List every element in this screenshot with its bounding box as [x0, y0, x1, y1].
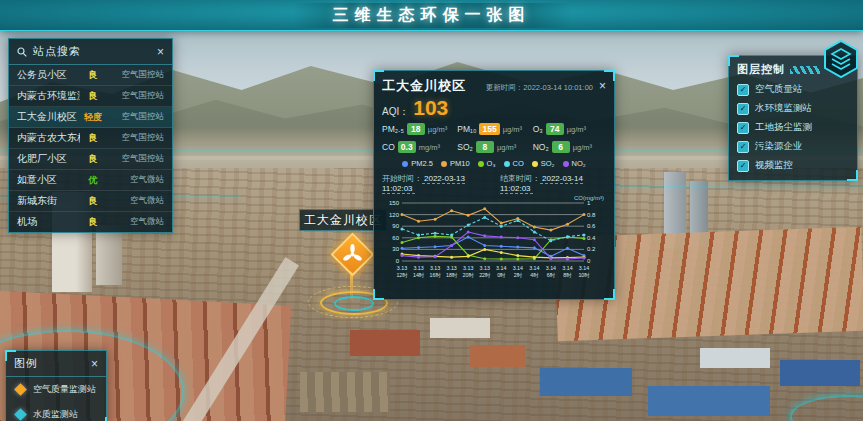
station-row[interactable]: 机场良空气微站 — [9, 212, 172, 232]
corner-bracket — [604, 70, 615, 81]
legend-items: 空气质量监测站水质监测站 — [6, 377, 106, 421]
station-row[interactable]: 化肥厂小区良空气国控站 — [9, 149, 172, 170]
legend-marker-icon — [14, 383, 27, 396]
pollutant-cell: CO0.3mg/m³ — [382, 141, 455, 153]
layer-checkbox[interactable]: ✓ — [737, 160, 749, 172]
legend-marker-icon — [14, 408, 27, 421]
pollutant-cell: SO₂8µg/m³ — [457, 141, 530, 153]
legend-item[interactable]: PM10 — [441, 159, 470, 168]
station-name: 工大金川校区 — [17, 110, 80, 124]
svg-text:3.142时: 3.142时 — [513, 265, 523, 278]
pollutant-cell: PM₁₀155µg/m³ — [457, 123, 530, 135]
station-level: 良 — [80, 132, 106, 145]
layer-label: 空气质量站 — [755, 83, 803, 96]
pollutant-grid: PM₂.₅18µg/m³PM₁₀155µg/m³O₃74µg/m³CO0.3mg… — [382, 123, 606, 153]
svg-text:30: 30 — [392, 246, 399, 252]
layer-item: ✓污染源企业 — [737, 140, 849, 153]
pollutant-value: 0.3 — [398, 141, 416, 153]
legend-label: SO₂ — [541, 159, 555, 168]
warehouse-roof — [780, 360, 860, 386]
legend-row-label: 空气质量监测站 — [33, 383, 96, 396]
station-type: 空气国控站 — [106, 69, 164, 81]
close-icon[interactable]: × — [599, 80, 606, 92]
legend-item[interactable]: NO₂ — [563, 159, 586, 168]
station-type: 空气国控站 — [106, 90, 164, 102]
aqi-popup: 工大金川校区 更新时间：2022-03-14 10:01:00 × AQI： 1… — [373, 70, 615, 300]
svg-text:0.4: 0.4 — [587, 235, 596, 241]
station-level: 良 — [80, 69, 106, 82]
svg-text:120: 120 — [389, 212, 400, 218]
station-list: 公务员小区良空气国控站内蒙古环境监测站良空气国控站工大金川校区轻度空气国控站内蒙… — [9, 65, 172, 232]
deco-stripes — [790, 66, 820, 74]
legend-label: O₃ — [487, 159, 496, 168]
pollutant-unit: µg/m³ — [428, 125, 447, 134]
page-title: 三维生态环保一张图 — [333, 5, 531, 26]
station-name: 新城东街 — [17, 194, 80, 208]
building-block — [700, 348, 770, 368]
svg-text:0.6: 0.6 — [587, 223, 596, 229]
layer-list: ✓空气质量站✓水环境监测站✓工地扬尘监测✓污染源企业✓视频监控 — [737, 83, 849, 172]
legend-label: NO₂ — [572, 159, 586, 168]
station-row[interactable]: 新城东街良空气微站 — [9, 191, 172, 212]
station-name: 内蒙古环境监测站 — [17, 89, 80, 103]
station-type: 空气微站 — [106, 216, 164, 228]
legend-item[interactable]: O₃ — [478, 159, 496, 168]
layer-checkbox[interactable]: ✓ — [737, 122, 749, 134]
station-panel-title: 站点搜索 — [33, 44, 151, 59]
search-icon — [17, 47, 27, 57]
aqi-value: 103 — [413, 96, 448, 120]
corner-bracket — [847, 170, 858, 181]
legend-label: PM2.5 — [411, 159, 433, 168]
pollutant-label: PM₂.₅ — [382, 124, 404, 134]
station-row[interactable]: 内蒙古农大东校区良空气国控站 — [9, 128, 172, 149]
pollutant-value: 18 — [407, 123, 425, 135]
station-row[interactable]: 公务员小区良空气国控站 — [9, 65, 172, 86]
warehouse-roof — [648, 386, 770, 416]
svg-text:0: 0 — [396, 258, 400, 264]
station-row[interactable]: 内蒙古环境监测站良空气国控站 — [9, 86, 172, 107]
pollutant-cell: O₃74µg/m³ — [533, 123, 606, 135]
close-icon[interactable]: × — [157, 46, 164, 58]
svg-text:3.1314时: 3.1314时 — [413, 265, 425, 278]
pollutant-label: PM₁₀ — [457, 124, 476, 134]
pollutant-label: CO — [382, 142, 395, 152]
legend-dot — [441, 161, 447, 167]
svg-text:3.1318时: 3.1318时 — [446, 265, 458, 278]
layer-checkbox[interactable]: ✓ — [737, 103, 749, 115]
station-name: 化肥厂小区 — [17, 152, 80, 166]
layers-toggle-button[interactable] — [821, 39, 861, 79]
legend-item[interactable]: SO₂ — [532, 159, 555, 168]
layer-checkbox[interactable]: ✓ — [737, 141, 749, 153]
svg-text:3.144时: 3.144时 — [529, 265, 539, 278]
layer-label: 水环境监测站 — [755, 102, 812, 115]
station-type: 空气微站 — [106, 174, 164, 186]
legend-item[interactable]: PM2.5 — [402, 159, 433, 168]
layer-checkbox[interactable]: ✓ — [737, 84, 749, 96]
svg-text:90: 90 — [392, 223, 399, 229]
svg-text:0: 0 — [587, 258, 591, 264]
station-row[interactable]: 如意小区优空气微站 — [9, 170, 172, 191]
start-time: 开始时间：2022-03-13 11:02:03 — [382, 173, 488, 193]
pollutant-value: 6 — [552, 141, 570, 153]
station-row[interactable]: 工大金川校区轻度空气国控站 — [9, 107, 172, 128]
close-icon[interactable]: × — [91, 358, 98, 370]
legend-item[interactable]: CO — [504, 159, 524, 168]
svg-text:3.1410时: 3.1410时 — [578, 265, 590, 278]
marker-ring-inner — [334, 296, 374, 311]
chart-legend: PM2.5PM10O₃COSO₂NO₂ — [382, 159, 606, 168]
pollutant-value: 74 — [546, 123, 564, 135]
svg-text:150: 150 — [389, 200, 400, 206]
pollutant-cell: NO₂6µg/m³ — [533, 141, 606, 153]
legend-row: 水质监测站 — [6, 402, 106, 421]
layer-item: ✓水环境监测站 — [737, 102, 849, 115]
building-block — [300, 372, 390, 412]
pollutant-label: NO₂ — [533, 142, 549, 152]
layer-item: ✓空气质量站 — [737, 83, 849, 96]
station-level: 轻度 — [80, 111, 106, 124]
pollutant-unit: µg/m³ — [503, 125, 522, 134]
legend-panel-title: 图例 — [14, 356, 85, 371]
legend-dot — [402, 161, 408, 167]
station-level: 良 — [80, 153, 106, 166]
station-level: 良 — [80, 216, 106, 229]
legend-dot — [563, 161, 569, 167]
